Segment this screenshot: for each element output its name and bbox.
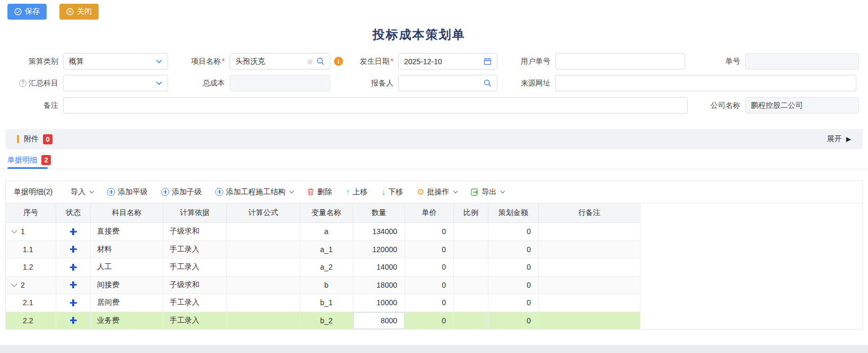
col-header-price[interactable]: 单价 <box>405 203 454 222</box>
move-down-button[interactable]: ↓ 下移 <box>381 187 403 197</box>
cell-qty[interactable]: 14000 <box>353 259 405 276</box>
cell-price[interactable]: 0 <box>405 277 454 294</box>
cell-amount[interactable]: 0 <box>488 223 539 240</box>
cell-subject[interactable]: 业务费 <box>91 312 163 330</box>
col-header-no[interactable]: 序号 <box>6 203 56 222</box>
cell-price[interactable]: 0 <box>405 241 454 259</box>
add-sibling-button[interactable]: 添加平级 <box>107 187 147 197</box>
cell-remark[interactable] <box>539 294 641 312</box>
table-row[interactable]: 1.2 人工 手工录入 a_2 14000 0 0 <box>6 259 641 277</box>
cell-amount[interactable]: 0 <box>488 312 539 330</box>
cell-remark[interactable] <box>539 277 641 294</box>
source-url-input[interactable] <box>555 75 856 91</box>
export-button[interactable]: 导出 <box>471 187 504 197</box>
info-icon[interactable]: i <box>334 57 343 66</box>
cell-basis[interactable]: 手工录入 <box>163 259 227 276</box>
expander-chevron-icon[interactable] <box>11 228 17 234</box>
col-header-basis[interactable]: 计算依据 <box>163 203 227 222</box>
col-header-amount[interactable]: 策划金额 <box>488 203 539 222</box>
cell-subject[interactable]: 居间费 <box>91 294 163 312</box>
search-icon[interactable] <box>317 57 325 65</box>
cell-ratio[interactable] <box>454 294 488 312</box>
table-row[interactable]: 1.1 材料 手工录入 a_1 120000 0 0 <box>6 241 641 259</box>
cell-qty[interactable]: 134000 <box>353 223 405 240</box>
close-button[interactable]: 关闭 <box>59 4 99 20</box>
cell-formula[interactable] <box>227 312 300 330</box>
question-icon[interactable]: ? <box>19 80 27 87</box>
cell-variable[interactable]: a_1 <box>300 241 353 259</box>
col-header-remark[interactable]: 行备注 <box>539 203 641 222</box>
col-header-variable[interactable]: 变量名称 <box>300 203 353 222</box>
clear-icon[interactable]: ⊗ <box>307 58 313 65</box>
add-row-plus-icon[interactable] <box>70 246 77 253</box>
cell-qty[interactable]: 10000 <box>353 294 405 312</box>
cell-qty[interactable]: 18000 <box>353 277 405 294</box>
reporter-input[interactable] <box>398 75 497 91</box>
table-row[interactable]: 2.1 居间费 手工录入 b_1 10000 0 0 <box>6 294 641 312</box>
move-up-button[interactable]: ↑ 上移 <box>346 187 367 197</box>
cell-amount[interactable]: 0 <box>488 294 539 312</box>
category-select[interactable]: 概算 <box>63 53 168 70</box>
add-row-plus-icon[interactable] <box>70 317 77 324</box>
cell-basis[interactable]: 子级求和 <box>163 277 227 294</box>
cell-basis[interactable]: 子级求和 <box>163 223 227 240</box>
add-row-plus-icon[interactable] <box>70 299 77 306</box>
batch-operation-button[interactable]: ⚙ 批操作 <box>417 187 457 197</box>
cell-formula[interactable] <box>227 259 300 276</box>
import-button[interactable]: 导入 <box>71 187 93 197</box>
search-icon[interactable] <box>484 79 492 87</box>
cell-variable[interactable]: b_1 <box>300 294 353 312</box>
add-structure-button[interactable]: 添加工程施工结构 <box>215 187 293 197</box>
tab-detail[interactable]: 单据明细 2 <box>7 155 51 165</box>
cell-ratio[interactable] <box>454 277 488 294</box>
col-header-status[interactable]: 状态 <box>56 203 91 222</box>
cell-basis[interactable]: 手工录入 <box>163 312 227 330</box>
attachments-bar[interactable]: 附件 0 展开 ▶ <box>5 129 863 149</box>
cell-formula[interactable] <box>227 241 300 259</box>
date-input[interactable]: 2025-12-10 <box>398 53 497 70</box>
cell-variable[interactable]: a_2 <box>300 259 353 276</box>
cell-remark[interactable] <box>539 241 641 259</box>
cell-price[interactable]: 0 <box>405 259 454 276</box>
cell-variable[interactable]: b <box>300 277 353 294</box>
cell-ratio[interactable] <box>454 312 488 330</box>
cell-formula[interactable] <box>227 277 300 294</box>
add-row-plus-icon[interactable] <box>70 281 77 288</box>
cell-amount[interactable]: 0 <box>488 277 539 294</box>
cell-basis[interactable]: 手工录入 <box>163 294 227 312</box>
cell-amount[interactable]: 0 <box>488 259 539 276</box>
cell-amount[interactable]: 0 <box>488 241 539 259</box>
add-child-button[interactable]: 添加子级 <box>161 187 201 197</box>
save-button[interactable]: 保存 <box>7 4 47 20</box>
user-order-input[interactable] <box>555 53 685 70</box>
expander-chevron-icon[interactable] <box>11 281 17 287</box>
col-header-qty[interactable]: 数量 <box>353 203 405 222</box>
cell-ratio[interactable] <box>454 241 488 259</box>
cell-price[interactable]: 0 <box>405 294 454 312</box>
cell-remark[interactable] <box>539 312 641 330</box>
cell-ratio[interactable] <box>454 259 488 276</box>
calendar-icon[interactable] <box>484 57 492 65</box>
add-row-plus-icon[interactable] <box>70 228 77 235</box>
cell-variable[interactable]: b_2 <box>300 312 353 330</box>
add-row-plus-icon[interactable] <box>70 264 77 271</box>
expand-toggle[interactable]: 展开 ▶ <box>827 134 851 144</box>
cell-price[interactable]: 0 <box>405 223 454 240</box>
cell-subject[interactable]: 间接费 <box>91 277 163 294</box>
cell-basis[interactable]: 手工录入 <box>163 241 227 259</box>
cell-ratio[interactable] <box>454 223 488 240</box>
project-input[interactable]: 头孢沃克 ⊗ <box>230 53 330 70</box>
col-header-subject[interactable]: 科目名称 <box>91 203 163 222</box>
col-header-ratio[interactable]: 比例 <box>454 203 488 222</box>
table-row-selected[interactable]: 2.2 业务费 手工录入 b_2 8000 0 0 <box>6 312 641 330</box>
cell-remark[interactable] <box>539 223 641 240</box>
delete-button[interactable]: 删除 <box>307 187 332 197</box>
table-row[interactable]: 1 直接费 子级求和 a 134000 0 0 <box>6 223 641 241</box>
cell-subject[interactable]: 直接费 <box>91 223 163 240</box>
cell-price[interactable]: 0 <box>405 312 454 330</box>
table-row[interactable]: 2 间接费 子级求和 b 18000 0 0 <box>6 277 641 295</box>
cell-subject[interactable]: 材料 <box>91 241 163 259</box>
cell-qty-editing[interactable]: 8000 <box>353 312 405 330</box>
cell-formula[interactable] <box>227 294 300 312</box>
cell-formula[interactable] <box>227 223 300 240</box>
